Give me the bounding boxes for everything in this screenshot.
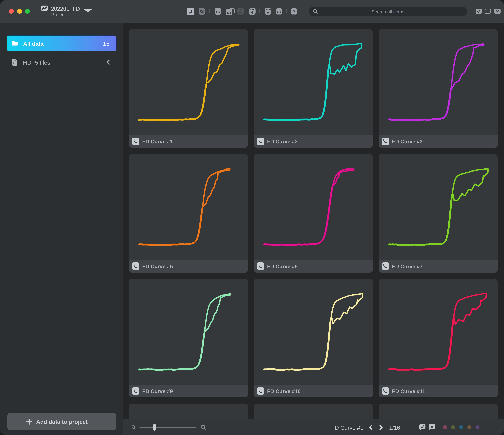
svg-text:H: H bbox=[13, 61, 16, 65]
